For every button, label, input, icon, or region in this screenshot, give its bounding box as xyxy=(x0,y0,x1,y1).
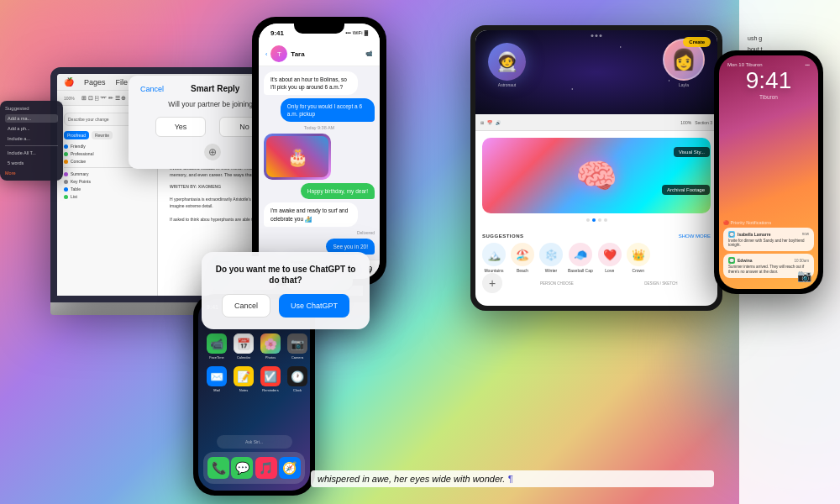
app-clock[interactable]: 🕐 Clock xyxy=(287,366,307,392)
dock-messages[interactable]: 💬 xyxy=(231,457,253,479)
sugg-mountains[interactable]: 🏔️ Mountains xyxy=(482,243,506,273)
sugg-beach[interactable]: 🏖️ Beach xyxy=(511,243,534,273)
notif-1-app: Isabella Lamarre xyxy=(738,232,770,237)
calendar-icon: 📅 xyxy=(234,333,254,354)
ipad-toolbar: ⊞ 📅 🔊 100% Section 3 xyxy=(475,114,717,131)
page-dot-1 xyxy=(586,218,590,222)
wp-more-button[interactable]: More xyxy=(5,171,58,176)
sugg-crown-label: Crown xyxy=(633,268,644,273)
ai-item-list: List xyxy=(64,194,150,199)
toolbar-icon-3[interactable]: 🔊 xyxy=(496,120,501,125)
sr-cancel-button[interactable]: Cancel xyxy=(140,85,164,93)
show-more-button[interactable]: SHOW MORE xyxy=(679,234,711,239)
clock-icon: 🕐 xyxy=(287,366,307,386)
sugg-winter[interactable]: ❄️ Winter xyxy=(539,243,563,273)
add-new-button[interactable]: + xyxy=(482,273,502,293)
person-choose-section: PERSON CHOOSE xyxy=(507,281,606,286)
design-sketch-label: DESIGN / SKETCH xyxy=(612,281,711,286)
messages-iphone: 9:41 ▪▪▪ WiFi ▓ ‹ T Tara 📹 It's abo xyxy=(252,17,386,286)
scene: 🍎 Pages File Edit Insert Format Arrange … xyxy=(0,0,840,504)
app-camera[interactable]: 📷 Camera xyxy=(287,333,307,360)
sugg-baseball-label: Baseball Cap xyxy=(568,268,593,273)
notif-1-body: Invite for dinner with Sandy and her boy… xyxy=(728,239,809,249)
sugg-love-label: Love xyxy=(605,268,614,273)
sugg-crown[interactable]: 👑 Crown xyxy=(627,243,650,273)
ipad-right: 🧑‍🚀 Astronaut 👩 Layla xyxy=(470,25,722,311)
dock-safari[interactable]: 🧭 xyxy=(279,457,301,479)
chatgpt-cancel-button[interactable]: Cancel xyxy=(222,294,270,318)
lock-screen-iphone: Mon 10 Tiburon ▪▪▪ 9:41 Tiburon 🔴 Priori… xyxy=(714,50,823,294)
msg-date: Today 9:38 AM xyxy=(264,125,375,130)
sugg-beach-icon: 🏖️ xyxy=(511,243,534,266)
iphone-frame-messages: 9:41 ▪▪▪ WiFi ▓ ‹ T Tara 📹 It's abo xyxy=(252,17,386,286)
tab-rewrite[interactable]: Rewrite xyxy=(92,131,113,139)
message-header: ‹ T Tara 📹 xyxy=(259,42,380,66)
chatgpt-dialog-title: Do you want me to use ChatGPT to do that… xyxy=(213,264,358,286)
app-photos[interactable]: 🌸 Photos xyxy=(260,333,281,360)
sr-more-icon[interactable]: ⊕ xyxy=(204,144,221,160)
dot-table xyxy=(64,187,68,192)
wp-words: 5 words xyxy=(5,159,58,167)
siri-label: Ask Siri... xyxy=(245,439,263,444)
app-mail[interactable]: ✉️ Mail xyxy=(207,366,227,392)
ai-item-summary: Summary xyxy=(64,171,150,176)
siri-bar[interactable]: Ask Siri... xyxy=(217,435,292,449)
notes-label: Notes xyxy=(239,388,248,392)
ipad-dark-section: 🧑‍🚀 Astronaut 👩 Layla xyxy=(475,30,717,114)
sugg-love[interactable]: ❤️ Love xyxy=(598,243,622,273)
menu-file[interactable]: File xyxy=(116,78,129,87)
sugg-crown-icon: 👑 xyxy=(627,243,650,266)
dock-music[interactable]: 🎵 xyxy=(255,457,277,479)
sugg-mountains-icon: 🏔️ xyxy=(482,243,506,266)
lock-notif-1: 💬 Isabella Lamarre now Invite for dinner… xyxy=(723,228,814,252)
reminders-icon: ☑️ xyxy=(260,366,281,386)
dot3 xyxy=(600,34,602,37)
ipad-create-button[interactable]: Create xyxy=(683,37,711,47)
iphone-notch xyxy=(294,24,344,34)
facetime-icon: 📹 xyxy=(207,333,227,354)
app-reminders[interactable]: ☑️ Reminders xyxy=(260,366,281,392)
wp-add-photo[interactable]: Add a ph... xyxy=(5,124,58,133)
sr-yes-button[interactable]: Yes xyxy=(155,117,206,137)
video-call-button[interactable]: 📹 xyxy=(365,50,373,57)
toolbar-zoom[interactable]: 100% xyxy=(64,96,75,101)
dot2 xyxy=(596,34,598,37)
suggestions-items: 🏔️ Mountains 🏖️ Beach ❄️ Winter 🧢 xyxy=(482,243,711,273)
tab-proofread[interactable]: Proofread xyxy=(64,131,89,139)
app-facetime[interactable]: 📹 FaceTime xyxy=(207,333,227,360)
birthday-image-content: 🎂 xyxy=(266,136,328,177)
design-sketch-section: DESIGN / SKETCH xyxy=(612,281,711,286)
chatgpt-use-button[interactable]: Use ChatGPT xyxy=(279,294,349,318)
lock-location: Tiburon xyxy=(719,94,818,100)
app-notes[interactable]: 📝 Notes xyxy=(234,366,254,392)
sugg-baseball[interactable]: 🧢 Baseball Cap xyxy=(568,243,593,273)
menu-pages[interactable]: Pages xyxy=(84,78,106,87)
apple-menu[interactable]: 🍎 xyxy=(64,77,74,87)
bottom-pilcrow: ¶ xyxy=(507,474,512,484)
notif-2-header: 💬 Edwina 10:30am xyxy=(728,257,809,264)
archival-footage-label: Archival Footage xyxy=(662,185,710,195)
dock-phone[interactable]: 📞 xyxy=(207,457,229,479)
person-choose-label: PERSON CHOOSE xyxy=(507,281,606,286)
visual-style-label: Visual Sty... xyxy=(674,147,710,157)
camera-lock-icon[interactable]: 📷 xyxy=(797,269,811,282)
app-calendar[interactable]: 📅 Calendar xyxy=(234,333,254,360)
wp-add-make[interactable]: Add a ma... xyxy=(5,114,58,123)
chatgpt-dialog: Do you want me to use ChatGPT to do that… xyxy=(202,252,370,329)
dot1 xyxy=(591,34,594,37)
msg-incoming-1: It's about an hour to Bolinas, so I'll p… xyxy=(264,71,358,95)
dot-concise xyxy=(64,160,68,164)
wp-include[interactable]: Include a... xyxy=(5,134,58,143)
wp-include-all[interactable]: Include All T... xyxy=(5,149,58,157)
notif-2-icon: 💬 xyxy=(728,257,735,264)
lock-status-icons: ▪▪▪ xyxy=(806,62,810,67)
signal-icon: ▪▪▪ xyxy=(345,30,350,35)
msg-outgoing-1: Only for you would I accept a 6 a.m. pic… xyxy=(281,98,375,122)
toolbar-icon-1[interactable]: ⊞ xyxy=(480,120,484,125)
dot-friendly xyxy=(64,144,68,149)
facetime-label: FaceTime xyxy=(209,355,224,360)
back-button[interactable]: ‹ xyxy=(265,51,267,57)
lock-time: 9:41 xyxy=(719,69,818,92)
toolbar-icon-2[interactable]: 📅 xyxy=(487,120,492,125)
ai-item-keypoints: Key Points xyxy=(64,179,150,184)
